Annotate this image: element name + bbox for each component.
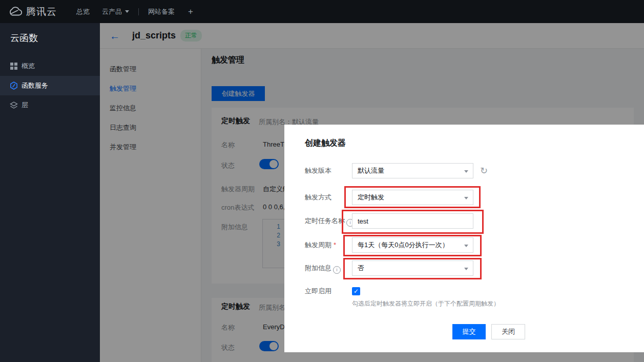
enable-note: 勾选后定时触发器将立即开启（于下个配置周期触发） xyxy=(352,299,500,308)
service-sidebar: 云函数 概览 函数服务 xyxy=(0,23,100,362)
grid-icon xyxy=(10,62,18,70)
layers-icon xyxy=(10,101,18,109)
dropdown-caret-icon xyxy=(464,268,468,272)
info-icon[interactable]: i xyxy=(333,266,341,274)
trigger-method-select[interactable]: 定时触发 xyxy=(352,190,473,205)
label-trigger-period: 触发周期* xyxy=(305,237,336,253)
chevron-down-icon xyxy=(125,10,129,15)
required-asterisk: * xyxy=(334,241,336,249)
cloud-logo-icon xyxy=(8,7,23,17)
dropdown-caret-icon xyxy=(464,197,468,202)
label-task-name: 定时任务名称i* xyxy=(305,213,359,229)
service-title: 云函数 xyxy=(0,23,100,51)
sidebar-item-label: 概览 xyxy=(22,62,35,71)
sidebar-item-label: 函数服务 xyxy=(22,81,48,90)
nav-item-icp-filing[interactable]: 网站备案 xyxy=(148,7,175,16)
task-name-input[interactable] xyxy=(352,213,473,229)
nav-divider xyxy=(138,8,139,15)
trigger-version-select[interactable]: 默认流量 xyxy=(352,163,473,178)
dropdown-caret-icon xyxy=(464,170,468,175)
sidebar-item-label: 层 xyxy=(22,100,28,110)
sidebar-item-overview[interactable]: 概览 xyxy=(0,56,100,76)
tencent-cloud-logo[interactable]: 腾讯云 xyxy=(8,5,57,18)
add-tab-icon[interactable]: + xyxy=(188,7,193,17)
app-root: 腾讯云 总览 云产品 网站备案 + 云函数 概览 xyxy=(0,0,644,362)
check-icon: ✓ xyxy=(354,288,359,295)
close-button[interactable]: 关闭 xyxy=(491,324,525,339)
nav-item-cloud-products[interactable]: 云产品 xyxy=(102,7,129,16)
nav-item-overview[interactable]: 总览 xyxy=(76,7,90,16)
enable-now-checkbox[interactable]: ✓ xyxy=(352,287,360,295)
label-enable-now: 立即启用 xyxy=(305,287,331,295)
trigger-period-select[interactable]: 每1天（每天0点0分执行一次） xyxy=(352,237,473,253)
submit-button[interactable]: 提交 xyxy=(452,324,486,339)
extra-info-select[interactable]: 否 xyxy=(352,260,473,276)
modal-title: 创建触发器 xyxy=(305,138,346,149)
label-trigger-method: 触发方式 xyxy=(305,190,331,205)
refresh-icon[interactable]: ↻ xyxy=(480,163,488,178)
sidebar-item-layers[interactable]: 层 xyxy=(0,95,100,115)
create-trigger-modal: 创建触发器 触发版本 默认流量 ↻ 触发方式 定时触发 定时任务名称i* 触发周… xyxy=(284,125,644,352)
sidebar-item-function-service[interactable]: 函数服务 xyxy=(0,76,100,95)
dropdown-caret-icon xyxy=(464,245,468,249)
label-extra-info: 附加信息i xyxy=(305,260,341,276)
logo-text: 腾讯云 xyxy=(26,5,57,18)
function-hexagon-icon xyxy=(10,82,18,90)
label-trigger-version: 触发版本 xyxy=(305,163,331,178)
top-navbar: 腾讯云 总览 云产品 网站备案 + xyxy=(0,0,644,23)
